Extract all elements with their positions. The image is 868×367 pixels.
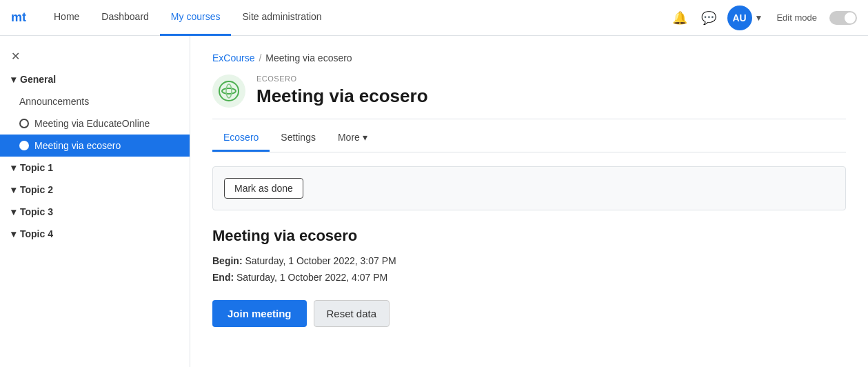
edit-mode-toggle[interactable] [829,11,857,25]
main-content: ExCourse / Meeting via ecosero ECOSERO M… [190,36,868,367]
breadcrumb-current: Meeting via ecosero [265,52,352,63]
topic1-label: Topic 1 [20,162,53,173]
sidebar-item-meeting-ecosero[interactable]: Meeting via ecosero [0,135,190,157]
topic2-label: Topic 2 [20,184,53,195]
general-chevron-icon: ▾ [11,74,16,85]
nav-site-admin[interactable]: Site administration [231,0,332,36]
begin-label: Begin: [212,255,243,266]
nav-links: Home Dashboard My courses Site administr… [43,0,669,36]
breadcrumb-course-link[interactable]: ExCourse [212,52,254,63]
breadcrumb: ExCourse / Meeting via ecosero [212,52,846,63]
course-provider: ECOSERO [256,75,846,83]
bell-icon: 🔔 [672,11,687,25]
breadcrumb-separator: / [259,52,261,63]
messages-button[interactable]: 💬 [698,8,719,28]
end-value: Saturday, 1 October 2022, 4:07 PM [236,272,387,283]
topic4-label: Topic 4 [20,228,53,239]
topic2-chevron-icon: ▾ [11,184,16,195]
ecosero-logo-icon [218,80,240,102]
sidebar-topic-1[interactable]: ▾ Topic 1 [0,157,190,179]
header-divider [212,119,846,119]
join-meeting-button[interactable]: Join meeting [212,300,307,327]
meeting-educateonline-label: Meeting via EducateOnline [34,118,150,129]
topic4-chevron-icon: ▾ [11,228,16,239]
reset-data-button[interactable]: Reset data [314,300,390,327]
meeting-times: Begin: Saturday, 1 October 2022, 3:07 PM… [212,253,846,286]
course-header: ECOSERO Meeting via ecosero [212,75,846,108]
mark-as-done-button[interactable]: Mark as done [224,178,303,199]
course-title: Meeting via ecosero [256,86,846,107]
topic3-label: Topic 3 [20,206,53,217]
action-buttons: Join meeting Reset data [212,300,846,327]
edit-mode-label: Edit mode [776,12,817,23]
notifications-button[interactable]: 🔔 [669,8,690,28]
sidebar-topic-2[interactable]: ▾ Topic 2 [0,179,190,201]
circle-icon-educateonline [19,119,29,128]
user-avatar-wrapper[interactable]: AU ▼ [727,6,763,30]
announcements-label: Announcements [19,96,89,107]
nav-home[interactable]: Home [43,0,90,36]
circle-icon-ecosero [19,141,29,150]
nav-right-area: 🔔 💬 AU ▼ Edit mode [669,6,857,30]
begin-value: Saturday, 1 October 2022, 3:07 PM [245,255,396,266]
tab-settings[interactable]: Settings [270,125,327,152]
sidebar: ✕ ▾ General Announcements Meeting via Ed… [0,36,190,367]
user-avatar[interactable]: AU [727,6,752,30]
course-title-area: ECOSERO Meeting via ecosero [256,75,846,107]
general-section-label: General [20,74,56,85]
avatar-chevron-icon: ▼ [755,13,763,23]
brand-logo: mt [11,10,26,25]
meeting-begin-line: Begin: Saturday, 1 October 2022, 3:07 PM [212,253,846,270]
sidebar-item-meeting-educateonline[interactable]: Meeting via EducateOnline [0,112,190,135]
course-tabs: Ecosero Settings More ▾ [212,125,846,152]
sidebar-topic-4[interactable]: ▾ Topic 4 [0,223,190,245]
page-wrapper: ✕ ▾ General Announcements Meeting via Ed… [0,36,868,367]
topic3-chevron-icon: ▾ [11,206,16,217]
meeting-section-title: Meeting via ecosero [212,227,846,245]
sidebar-topic-3[interactable]: ▾ Topic 3 [0,201,190,223]
meeting-ecosero-label: Meeting via ecosero [34,140,121,151]
sidebar-general-section[interactable]: ▾ General [0,68,190,90]
tab-ecosero[interactable]: Ecosero [212,125,270,152]
end-label: End: [212,272,234,283]
nav-my-courses[interactable]: My courses [160,0,232,36]
sidebar-item-announcements[interactable]: Announcements [0,90,190,112]
chat-icon: 💬 [701,11,716,25]
tab-more[interactable]: More ▾ [327,125,379,152]
more-chevron-icon: ▾ [363,132,367,143]
nav-dashboard[interactable]: Dashboard [90,0,160,36]
sidebar-close-button[interactable]: ✕ [0,44,31,68]
mark-done-area: Mark as done [212,166,846,210]
more-label: More [338,132,360,143]
course-logo [212,75,245,108]
topic1-chevron-icon: ▾ [11,162,16,173]
top-navigation: mt Home Dashboard My courses Site admini… [0,0,868,36]
meeting-end-line: End: Saturday, 1 October 2022, 4:07 PM [212,270,846,286]
